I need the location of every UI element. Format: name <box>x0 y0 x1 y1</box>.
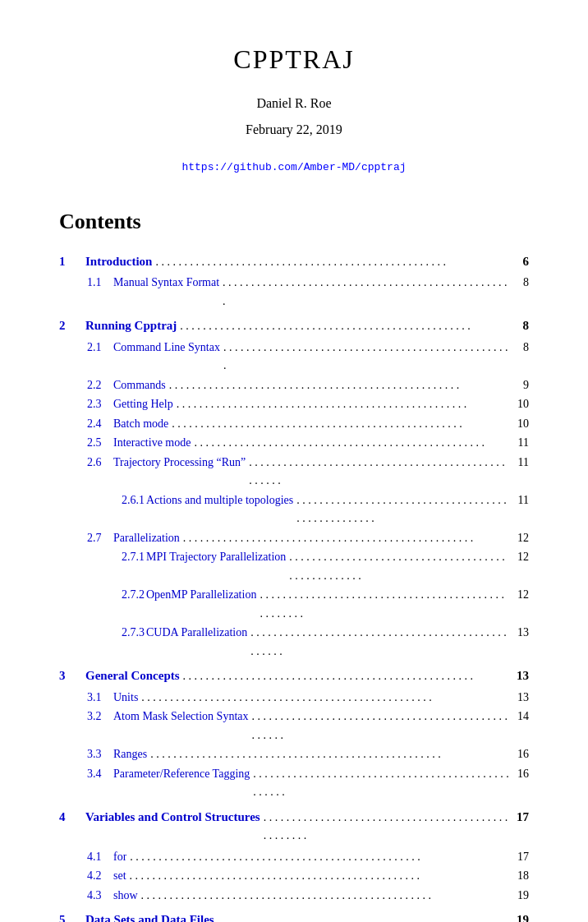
toc-num-sub: 4.1 <box>74 848 113 865</box>
toc-page-sub: 12 <box>509 529 529 546</box>
toc-num-subsub: 2.6.1 <box>90 491 146 509</box>
toc-dots-sub <box>223 273 509 310</box>
toc-page-sub: 19 <box>509 887 529 904</box>
toc-label-sub: Batch mode <box>113 415 168 432</box>
toc-num-subsub: 2.7.1 <box>90 548 146 565</box>
toc-subsection-2-3[interactable]: 2.3 Getting Help 10 <box>59 394 529 413</box>
toc-label-sub: Manual Syntax Format <box>113 274 219 291</box>
toc-page-major: 6 <box>509 252 529 271</box>
toc-subsection-2-4[interactable]: 2.4 Batch mode 10 <box>59 414 529 433</box>
toc-num-sub: 3.2 <box>74 708 113 725</box>
toc-subsection-4-1[interactable]: 4.1 for 17 <box>59 847 529 866</box>
toc-dots-subsub <box>296 491 509 528</box>
doc-author: Daniel R. Roe <box>59 94 529 113</box>
toc-dots-sub <box>253 764 509 801</box>
toc-dots-sub <box>252 707 510 744</box>
toc-dots-sub <box>172 414 509 433</box>
toc-num-major: 3 <box>59 666 85 685</box>
toc-dots <box>180 316 509 335</box>
toc-num-sub: 2.3 <box>74 395 113 413</box>
toc-num-sub: 2.6 <box>74 454 113 471</box>
toc-subsection-4-2[interactable]: 4.2 set 18 <box>59 866 529 885</box>
toc-subsection-2-1[interactable]: 2.1 Command Line Syntax 8 <box>59 338 529 375</box>
doc-date: February 22, 2019 <box>59 120 529 140</box>
toc-dots-sub <box>194 433 509 452</box>
toc-page-sub: 18 <box>509 867 529 884</box>
toc-label-sub: show <box>113 887 138 904</box>
toc-num-major: 1 <box>59 252 85 271</box>
toc-subsection-3-4[interactable]: 3.4 Parameter/Reference Tagging 16 <box>59 764 529 801</box>
toc-section-3[interactable]: 3 General Concepts 13 <box>59 666 529 685</box>
toc-num-sub: 4.2 <box>74 867 113 884</box>
toc-dots-sub <box>141 886 509 905</box>
toc-num-sub: 3.1 <box>74 689 113 706</box>
toc-page-sub: 16 <box>509 765 529 782</box>
toc-dots-subsub <box>289 547 509 584</box>
toc-dots <box>155 252 509 271</box>
toc-dots <box>264 808 509 845</box>
toc-subsection-3-3[interactable]: 3.3 Ranges 16 <box>59 745 529 763</box>
toc-section-5[interactable]: 5 Data Sets and Data Files 19 <box>59 910 529 922</box>
toc-dots-sub <box>169 376 509 394</box>
toc-label-sub: Parallelization <box>113 529 180 546</box>
toc-subsection-1-1[interactable]: 1.1 Manual Syntax Format 8 <box>59 273 529 310</box>
toc-page-sub: 14 <box>509 708 529 725</box>
toc-num-sub: 1.1 <box>74 274 113 291</box>
toc-section-1[interactable]: 1 Introduction 6 <box>59 252 529 271</box>
toc-subsubsection-2-7-3[interactable]: 2.7.3 CUDA Parallelization 13 <box>59 623 529 660</box>
toc-subsubsection-2-7-2[interactable]: 2.7.2 OpenMP Parallelization 12 <box>59 585 529 622</box>
toc: 1 Introduction 6 1.1 Manual Syntax Forma… <box>59 252 529 923</box>
toc-label-sub: Parameter/Reference Tagging <box>113 765 250 782</box>
toc-label-sub: Commands <box>113 376 166 394</box>
toc-label-subsub: MPI Trajectory Parallelization <box>146 548 286 565</box>
toc-label-subsub: CUDA Parallelization <box>146 624 247 641</box>
toc-subsection-2-5[interactable]: 2.5 Interactive mode 11 <box>59 433 529 452</box>
toc-num-major: 5 <box>59 910 85 922</box>
toc-page-sub: 10 <box>509 395 529 413</box>
toc-subsubsection-2-7-1[interactable]: 2.7.1 MPI Trajectory Parallelization 12 <box>59 547 529 584</box>
toc-subsection-2-6[interactable]: 2.6 Trajectory Processing “Run” 11 <box>59 453 529 490</box>
toc-label-sub: set <box>113 867 126 884</box>
toc-page-major: 17 <box>509 808 529 827</box>
doc-url[interactable]: https://github.com/Amber-MD/cpptraj <box>59 159 529 176</box>
toc-dots-sub <box>183 528 509 547</box>
toc-label-sub: Units <box>113 689 138 706</box>
toc-dots-sub <box>223 338 509 375</box>
toc-label-sub: for <box>113 848 126 865</box>
toc-num-major: 4 <box>59 808 85 827</box>
toc-page-major: 13 <box>509 666 529 685</box>
toc-subsection-4-3[interactable]: 4.3 show 19 <box>59 886 529 905</box>
toc-label-sub: Atom Mask Selection Syntax <box>113 708 249 725</box>
toc-dots-sub <box>130 866 509 885</box>
toc-section-4[interactable]: 4 Variables and Control Structures 17 <box>59 808 529 845</box>
toc-section-2[interactable]: 2 Running Cpptraj 8 <box>59 316 529 335</box>
toc-label-sub: Interactive mode <box>113 434 191 451</box>
toc-dots-subsub <box>260 585 509 622</box>
toc-label-major: General Concepts <box>85 666 180 685</box>
toc-subsection-3-1[interactable]: 3.1 Units 13 <box>59 688 529 707</box>
toc-label-subsub: Actions and multiple topologies <box>146 491 293 509</box>
toc-page-subsub: 11 <box>509 491 529 509</box>
toc-label-subsub: OpenMP Parallelization <box>146 586 256 603</box>
toc-num-sub: 2.1 <box>74 339 113 356</box>
toc-label-sub: Command Line Syntax <box>113 339 220 356</box>
toc-page-major: 19 <box>509 910 529 922</box>
toc-subsubsection-2-6-1[interactable]: 2.6.1 Actions and multiple topologies 11 <box>59 491 529 528</box>
contents-title: Contents <box>59 205 529 237</box>
toc-dots <box>183 666 509 685</box>
toc-label-sub: Trajectory Processing “Run” <box>113 454 246 471</box>
toc-dots <box>218 910 509 922</box>
toc-dots-sub <box>141 688 509 707</box>
toc-num-subsub: 2.7.3 <box>90 624 146 641</box>
toc-page-sub: 16 <box>509 745 529 763</box>
toc-subsection-2-2[interactable]: 2.2 Commands 9 <box>59 376 529 394</box>
toc-subsection-2-7[interactable]: 2.7 Parallelization 12 <box>59 528 529 547</box>
toc-label-major: Introduction <box>85 252 152 271</box>
toc-label-major: Running Cpptraj <box>85 316 177 335</box>
toc-page-sub: 11 <box>509 454 529 471</box>
toc-dots-sub <box>150 745 509 763</box>
toc-label-major: Variables and Control Structures <box>85 808 260 827</box>
toc-num-sub: 2.4 <box>74 415 113 432</box>
toc-subsection-3-2[interactable]: 3.2 Atom Mask Selection Syntax 14 <box>59 707 529 744</box>
toc-label-sub: Getting Help <box>113 395 173 413</box>
